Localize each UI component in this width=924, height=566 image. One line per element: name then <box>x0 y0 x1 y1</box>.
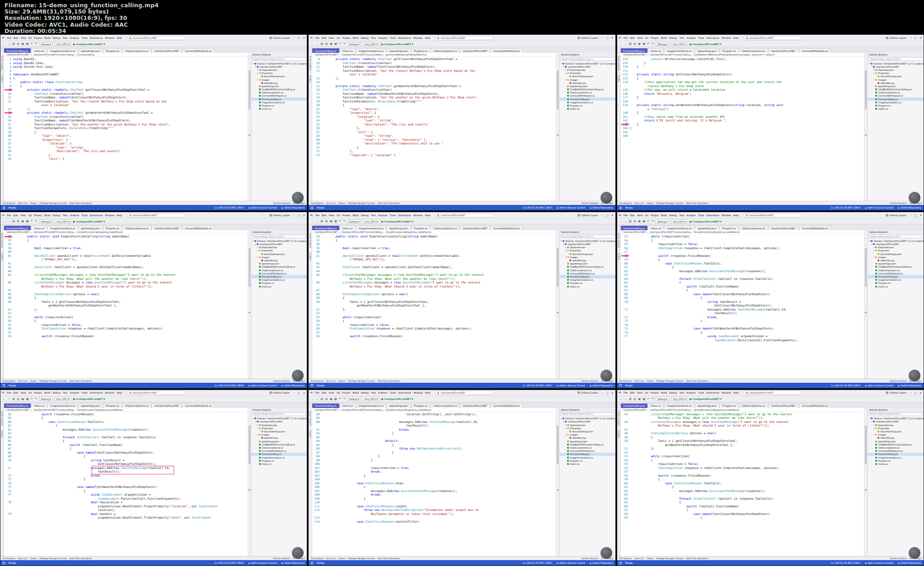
toolbar-save-all-icon[interactable]: ▦ <box>334 42 337 46</box>
menu-project[interactable]: Project <box>649 37 660 39</box>
toolbar-undo-icon[interactable]: ↶ <box>647 219 649 223</box>
tree-item-launchsettings-json[interactable]: launchSettings.json <box>251 252 307 255</box>
tree-item-program-cs[interactable]: Program.cs <box>559 459 615 462</box>
menu-window[interactable]: Window <box>721 391 732 394</box>
panel-tab-data-tools-operations[interactable]: Data Tools Operations <box>378 202 400 204</box>
menu-test[interactable]: Test <box>370 214 377 217</box>
tree-item-program-cs[interactable]: Program.cs <box>251 459 307 462</box>
tree-item-properties[interactable]: ▾Properties <box>251 72 307 75</box>
config-dropdown[interactable]: Debug ▾ <box>39 397 53 401</box>
tool-tab-toolbox[interactable]: Toolbox <box>618 75 620 83</box>
panel-tab-data-tools-operations[interactable]: Data Tools Operations <box>69 202 92 204</box>
panel-tab-solution-explorer[interactable]: Solution Explorer <box>890 202 907 204</box>
menu-window[interactable]: Window <box>412 37 424 39</box>
tree-item-solution-useopenaifromnet-1-of-1-project[interactable]: ▾Solution 'UseOpenAIFromNET' (1 of 1 pro… <box>251 239 307 242</box>
close-button[interactable]: ✕ <box>919 213 922 217</box>
code-editor[interactable]: UseOpenAIFromNET▸UseOpenAIFromNET.Functi… <box>4 408 248 556</box>
tab-program-cs[interactable]: Program.cs <box>103 48 122 53</box>
code-area[interactable]: 1using OpenAI;2using OpenAI.Chat;3using … <box>4 57 248 201</box>
menu-debug[interactable]: Debug <box>668 391 678 394</box>
menu-view[interactable]: View <box>636 214 644 217</box>
toolbar-save-icon[interactable]: ▣ <box>21 397 24 401</box>
toolbar-forward-icon[interactable]: → <box>624 42 627 46</box>
menu-project[interactable]: Project <box>341 37 351 39</box>
tab-imagegenerations-cs[interactable]: ImageGenerations.cs <box>664 226 694 230</box>
solution-search-input[interactable]: Search Solution Explorer (Ctrl+;) <box>252 235 306 238</box>
toolbar-redo-icon[interactable]: ↷ <box>651 42 654 46</box>
menu-git[interactable]: Git <box>335 214 341 217</box>
toolbar-back-icon[interactable]: ← <box>3 220 6 223</box>
code-area[interactable]: 9 private static readonly ChatTool getCl… <box>312 57 556 201</box>
toolbar-save-all-icon[interactable]: ▦ <box>334 397 337 401</box>
menu-help[interactable]: Help <box>116 37 123 39</box>
tab-appsettings-json[interactable]: appsettings.json <box>79 48 103 53</box>
tab-imagegenerations-cs[interactable]: ImageGenerations.cs <box>664 48 694 53</box>
platform-dropdown[interactable]: Any CPU ▾ <box>363 219 379 223</box>
toolbar-save-icon[interactable]: ▣ <box>21 42 24 46</box>
tool-tab-server-explorer[interactable]: Server Explorer <box>1 411 3 426</box>
menu-git[interactable]: Git <box>644 391 650 394</box>
code-area[interactable]: 128 Console.WriteLine(message.Content[0]… <box>621 57 864 201</box>
tree-item-chatcompletions-cs[interactable]: ChatCompletions.cs <box>868 269 924 272</box>
maximize-button[interactable]: ▢ <box>605 213 609 217</box>
panel-tab-data-tools-operations[interactable]: Data Tools Operations <box>686 202 708 204</box>
tree-item-chatbotwithfunctioncalling-cs[interactable]: ChatBotWithFunctionCalling.cs <box>868 443 924 446</box>
config-dropdown[interactable]: Debug ▾ <box>39 219 53 223</box>
tab-program-cs[interactable]: Program.cs <box>411 404 430 408</box>
tab-appsettings-json[interactable]: appsettings.json <box>695 226 719 230</box>
tree-item-functioncalling-cs[interactable]: FunctionCalling.cs <box>251 97 307 101</box>
menu-view[interactable]: View <box>328 391 336 394</box>
code-area[interactable]: 58 switch (response.FinishReason)59 {60 … <box>4 412 248 556</box>
tab-chatcompletions-cs[interactable]: ChatCompletions.cs <box>739 48 768 53</box>
tab-program-cs[interactable]: Program.cs <box>103 226 122 230</box>
tree-item-images[interactable]: ▾Images <box>251 433 307 436</box>
menu-git[interactable]: Git <box>644 214 650 217</box>
menu-extensions[interactable]: Extensions <box>89 37 104 39</box>
menu-build[interactable]: Build <box>351 214 360 217</box>
tab-useopenaifromnet[interactable]: UseOpenAIFromNET <box>152 226 182 230</box>
panel-tab-output[interactable]: Output <box>30 557 37 560</box>
tab-imagegenerations-cs[interactable]: ImageGenerations.cs <box>356 404 386 408</box>
toolbar-forward-icon[interactable]: → <box>8 220 11 223</box>
menu-file[interactable]: File <box>314 391 321 394</box>
tree-item-functioncalling-cs[interactable]: FunctionCalling.cs <box>251 275 307 278</box>
menu-window[interactable]: Window <box>104 214 116 217</box>
menu-analyze[interactable]: Analyze <box>69 37 80 39</box>
tree-item-chatbotwithfunctioncalling-cs[interactable]: ChatBotWithFunctionCalling.cs <box>559 265 615 269</box>
close-button[interactable]: ✕ <box>302 36 305 39</box>
code-area[interactable]: 88 location.GetString(), unit.GetString(… <box>312 412 556 556</box>
tree-item-images[interactable]: ▾Images <box>559 433 615 436</box>
toolbar-save-all-icon[interactable]: ▦ <box>26 219 28 223</box>
panel-tab-data-tools-operations[interactable]: Data Tools Operations <box>686 380 708 382</box>
tab-useopenaifromnet[interactable]: UseOpenAIFromNET <box>768 404 799 408</box>
tree-item-vision-cs[interactable]: Vision.cs <box>868 107 924 111</box>
tab-imagegenerations-cs[interactable]: ImageGenerations.cs <box>664 404 694 408</box>
platform-dropdown[interactable]: Any CPU ▾ <box>363 397 379 401</box>
select-repository-button[interactable]: ▲ Select Repository <box>897 561 921 564</box>
tab-connectwithhttplib-cs[interactable]: ConnectWithHttpLib.cs <box>182 48 214 53</box>
code-editor[interactable]: UseOpenAIFromNET▸UseOpenAIFromNET.Functi… <box>4 53 248 201</box>
tree-item-functioncalling-cs[interactable]: FunctionCalling.cs <box>868 275 924 278</box>
tree-item-appsettings-json[interactable]: appsettings.json <box>868 84 924 88</box>
tree-item-vision-cs[interactable]: Vision.cs <box>559 462 615 465</box>
panel-tab-data-tools-operations[interactable]: Data Tools Operations <box>69 557 92 560</box>
menu-test[interactable]: Test <box>61 37 69 39</box>
add-to-source-control-button[interactable]: ▲ Add to Source Control <box>864 384 893 387</box>
toolbar-back-icon[interactable]: ← <box>619 42 623 46</box>
tab-connectwithhttplib-cs[interactable]: ConnectWithHttpLib.cs <box>799 48 831 53</box>
menu-help[interactable]: Help <box>732 37 740 39</box>
tree-item-connectwithhttplib-cs[interactable]: ConnectWithHttpLib.cs <box>868 272 924 275</box>
tab-functioncalling-cs[interactable]: FunctionCalling.cs <box>621 226 647 230</box>
minimize-button[interactable]: – <box>910 36 912 39</box>
tab-program-cs[interactable]: Program.cs <box>103 404 122 408</box>
panel-tab-package-manager-console[interactable]: Package Manager Console <box>39 202 66 204</box>
menu-help[interactable]: Help <box>424 214 431 217</box>
tab-vision-cs[interactable]: Vision.cs <box>340 48 356 53</box>
menu-window[interactable]: Window <box>104 37 116 39</box>
toolbar-new-file-icon[interactable]: ▤ <box>320 397 323 401</box>
toolbar-forward-icon[interactable]: → <box>624 397 627 400</box>
tab-chatcompletions-cs[interactable]: ChatCompletions.cs <box>122 226 151 230</box>
toolbar-save-icon[interactable]: ▣ <box>638 397 641 401</box>
tree-item-vision-cs[interactable]: Vision.cs <box>251 285 307 288</box>
config-dropdown[interactable]: Debug ▾ <box>347 219 361 223</box>
